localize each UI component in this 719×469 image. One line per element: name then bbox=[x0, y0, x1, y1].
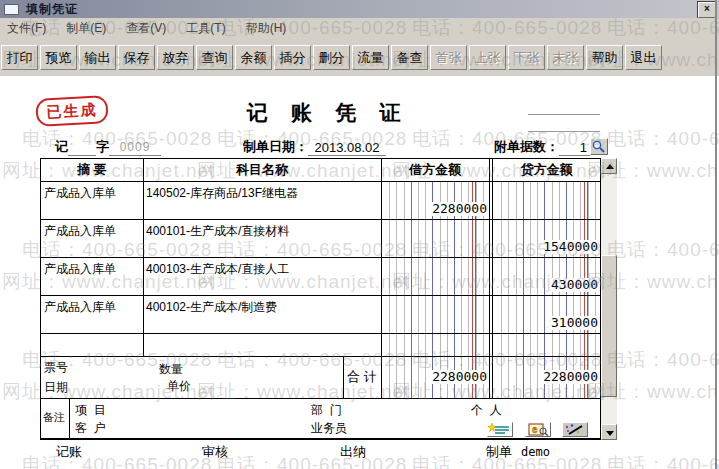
new-note-button[interactable] bbox=[487, 422, 513, 437]
row-summary-cell[interactable]: 产成品入库单 bbox=[44, 185, 140, 202]
cashier-label: 出纳 bbox=[340, 443, 366, 461]
toolbar-button-0[interactable]: 打印 bbox=[1, 45, 38, 70]
voucher-word-suffix: 字 bbox=[96, 139, 109, 154]
menu-bar: 文件(F)制单(E)查看(V)工具(T)帮助(H) bbox=[0, 18, 719, 39]
row-account-cell[interactable]: 400103-生产成本/直接人工 bbox=[146, 261, 378, 278]
toolbar-button-2[interactable]: 输出 bbox=[79, 45, 116, 70]
window-titlebar: 填制凭证 bbox=[0, 0, 719, 18]
debit-credit-divider bbox=[489, 159, 493, 398]
svg-text:e: e bbox=[532, 424, 538, 435]
stub-price-label: 单价 bbox=[167, 378, 191, 395]
date-field[interactable]: 2013.08.02 bbox=[308, 140, 386, 156]
note-lines-star-icon bbox=[488, 423, 512, 436]
magnifier-icon bbox=[591, 139, 607, 154]
header-summary: 摘 要 bbox=[41, 159, 143, 181]
voucher-table: 摘 要 科目名称 借方金额 贷方金额 产成品入库单140502-库存商品/13F… bbox=[40, 158, 601, 440]
grid-line bbox=[41, 398, 600, 399]
scroll-up-button[interactable] bbox=[601, 158, 617, 174]
row-account-cell[interactable]: 140502-库存商品/13F继电器 bbox=[146, 185, 378, 202]
toolbar-button-11: 首张 bbox=[430, 45, 467, 70]
stub-qty-label: 数量 bbox=[159, 361, 183, 378]
menu-item-4[interactable]: 帮助(H) bbox=[239, 19, 294, 38]
remark-label: 备注 bbox=[43, 410, 65, 425]
date-label: 制单日期： bbox=[243, 139, 308, 154]
preparer-name: demo bbox=[521, 445, 550, 459]
menu-item-3[interactable]: 工具(T) bbox=[179, 19, 232, 38]
voucher-word-gap bbox=[68, 140, 96, 156]
menu-item-0[interactable]: 文件(F) bbox=[0, 19, 53, 38]
grid-line bbox=[69, 398, 70, 438]
row-credit-amount[interactable]: 1540000 bbox=[542, 240, 599, 254]
toolbar-button-7[interactable]: 插分 bbox=[274, 45, 311, 70]
generated-stamp: 已生成 bbox=[35, 95, 108, 127]
voucher-number-group: 记字0009 bbox=[55, 138, 161, 156]
row-debit-amount[interactable]: 2280000 bbox=[431, 202, 488, 216]
toolbar-button-5[interactable]: 查询 bbox=[196, 45, 233, 70]
arrow-up-icon bbox=[606, 164, 614, 169]
row-summary-cell[interactable]: 产成品入库单 bbox=[44, 223, 140, 240]
header-debit: 借方金额 bbox=[381, 159, 489, 181]
menu-item-1[interactable]: 制单(E) bbox=[59, 19, 113, 38]
toolbar-button-8[interactable]: 删分 bbox=[313, 45, 350, 70]
grid-line bbox=[41, 257, 600, 258]
magic-wand-button[interactable] bbox=[562, 422, 588, 437]
voucher-date-group: 制单日期：2013.08.02 bbox=[243, 138, 386, 156]
grid-line bbox=[41, 333, 600, 334]
vertical-scrollbar[interactable] bbox=[601, 158, 617, 440]
toolbar-button-6[interactable]: 余额 bbox=[235, 45, 272, 70]
prepare-label: 制单 bbox=[486, 443, 512, 461]
window-icon bbox=[4, 4, 19, 15]
project-label: 项 目 bbox=[75, 402, 106, 419]
attachments-label: 附单据数： bbox=[494, 139, 559, 154]
department-label: 部 门 bbox=[311, 402, 342, 419]
totals-label: 合 计 bbox=[343, 356, 381, 398]
toolbar-button-12: 上张 bbox=[469, 45, 506, 70]
arrow-down-icon bbox=[606, 431, 614, 436]
toolbar-button-9[interactable]: 流量 bbox=[352, 45, 389, 70]
toolbar-button-1[interactable]: 预览 bbox=[40, 45, 77, 70]
e-document-button[interactable]: e bbox=[525, 422, 551, 437]
voucher-word-prefix: 记 bbox=[55, 139, 68, 154]
stub-date-label: 日期 bbox=[44, 379, 68, 396]
grid-line bbox=[41, 181, 600, 182]
grid-line bbox=[143, 159, 144, 356]
toolbar-button-15[interactable]: 帮助 bbox=[586, 45, 623, 70]
voucher-info-row: 记字0009 制单日期：2013.08.02 附单据数：1 bbox=[0, 138, 719, 156]
scrollbar-thumb[interactable] bbox=[601, 255, 617, 397]
row-account-cell[interactable]: 400102-生产成本/制造费 bbox=[146, 299, 378, 316]
row-credit-amount[interactable]: 310000 bbox=[550, 316, 599, 330]
toolbar-button-4[interactable]: 放弃 bbox=[157, 45, 194, 70]
person-label: 个 人 bbox=[471, 402, 502, 419]
customer-label: 客 户 bbox=[75, 420, 106, 437]
toolbar-button-10[interactable]: 备查 bbox=[391, 45, 428, 70]
toolbar-button-16[interactable]: 退出 bbox=[625, 45, 662, 70]
attachments-field[interactable]: 1 bbox=[559, 140, 590, 156]
attachments-group: 附单据数：1 bbox=[494, 138, 590, 156]
window-title: 填制凭证 bbox=[26, 1, 78, 18]
window-right-border bbox=[715, 0, 717, 469]
totals-credit-amount: 2280000 bbox=[542, 370, 599, 384]
toolbar-button-13: 下张 bbox=[508, 45, 545, 70]
bookkeeping-label: 记账 bbox=[56, 443, 82, 461]
attachments-lookup-button[interactable] bbox=[590, 138, 608, 155]
row-account-cell[interactable]: 400101-生产成本/直接材料 bbox=[146, 223, 378, 240]
menu-item-2[interactable]: 查看(V) bbox=[119, 19, 173, 38]
toolbar-button-14: 末张 bbox=[547, 45, 584, 70]
stub-ticket-label: 票号 bbox=[44, 359, 68, 376]
voucher-number-field[interactable]: 0009 bbox=[109, 140, 161, 156]
row-credit-amount[interactable]: 430000 bbox=[550, 278, 599, 292]
grid-line bbox=[41, 295, 600, 296]
grid-line bbox=[41, 356, 600, 357]
voucher-title: 记 账 凭 证 bbox=[178, 99, 478, 127]
toolbar-button-3[interactable]: 保存 bbox=[118, 45, 155, 70]
magic-wand-icon bbox=[563, 423, 587, 436]
scroll-down-button[interactable] bbox=[601, 424, 617, 440]
row-summary-cell[interactable]: 产成品入库单 bbox=[44, 261, 140, 278]
blank-field-rule bbox=[528, 131, 600, 132]
grid-line bbox=[381, 159, 382, 398]
clerk-label: 业务员 bbox=[311, 420, 347, 437]
close-button[interactable]: × bbox=[698, 2, 716, 18]
toolbar: 打印预览输出保存放弃查询余额插分删分流量备查首张上张下张末张帮助退出 bbox=[0, 38, 719, 76]
totals-debit-amount: 2280000 bbox=[431, 370, 488, 384]
row-summary-cell[interactable]: 产成品入库单 bbox=[44, 299, 140, 316]
